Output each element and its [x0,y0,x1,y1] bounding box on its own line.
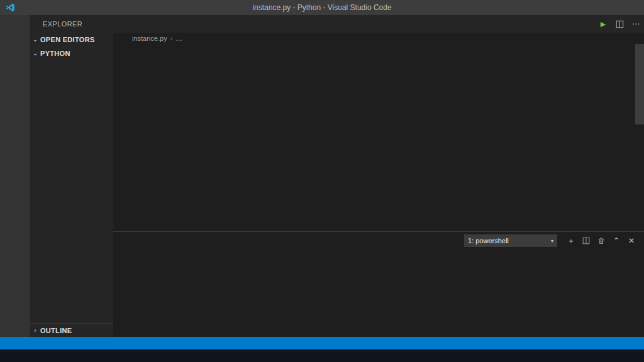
terminal-shell-select[interactable]: 1: powershell ▾ [464,234,557,247]
maximize-panel-icon[interactable]: ⌃ [609,233,624,248]
editor-tab-bar: ▶ ⋯ [113,15,644,33]
panel-actions: 1: powershell ▾ ＋ ⌃ ✕ [464,233,639,248]
folder-section-header[interactable]: ⌄ PYTHON [30,47,113,60]
run-python-file-button[interactable]: ▶ [595,15,611,33]
trash-icon[interactable] [594,233,609,248]
title-bar: instance.py - Python - Visual Studio Cod… [0,0,644,15]
breadcrumb[interactable]: instance.py › … [113,33,644,44]
chevron-down-icon: ⌄ [30,33,40,47]
terminal-output[interactable] [113,250,644,337]
panel-header: 1: powershell ▾ ＋ ⌃ ✕ [113,232,644,250]
code-editor[interactable] [113,44,644,231]
breadcrumb-separator: › [170,35,172,42]
editor-actions: ▶ ⋯ [595,15,644,33]
windows-taskbar [0,349,644,362]
status-bar [0,337,644,349]
activity-bar [0,15,30,337]
vscode-logo-icon [5,3,15,13]
sidebar-title: EXPLORER [30,15,113,33]
editor-scrollbar[interactable] [635,44,644,124]
open-editors-header[interactable]: ⌄ OPEN EDITORS [30,33,113,47]
split-editor-icon[interactable] [611,15,628,33]
explorer-sidebar: EXPLORER ⌄ OPEN EDITORS ⌄ PYTHON › OUTLI… [30,15,113,337]
python-file-icon [122,35,130,42]
system-tray [641,349,644,362]
outline-header[interactable]: › OUTLINE [30,323,113,337]
close-panel-icon[interactable]: ✕ [624,233,639,248]
chevron-down-icon: ▾ [551,238,553,244]
vscode-window: instance.py - Python - Visual Studio Cod… [0,0,644,362]
new-terminal-button[interactable]: ＋ [564,233,579,248]
window-title: instance.py - Python - Visual Studio Cod… [0,3,644,12]
chevron-down-icon: ⌄ [30,47,40,60]
bottom-panel: 1: powershell ▾ ＋ ⌃ ✕ [113,231,644,337]
split-terminal-icon[interactable] [579,233,594,248]
chevron-right-icon: › [30,324,40,337]
more-actions-icon[interactable]: ⋯ [628,15,644,33]
